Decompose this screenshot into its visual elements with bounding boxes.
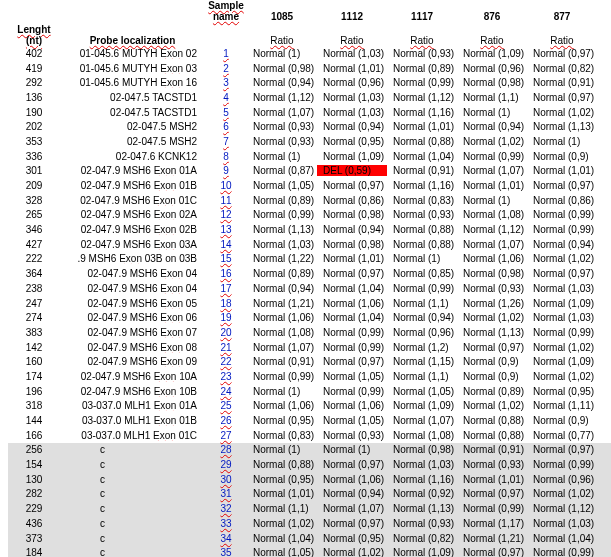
- table-row: 282c31Normal (1,01)Normal (0,94)Normal (…: [8, 487, 611, 502]
- cell-ratio: Normal (0,93): [387, 209, 457, 220]
- cell-ratio: Normal (0,97): [527, 92, 597, 103]
- cell-sample-index[interactable]: 17: [205, 283, 247, 294]
- exon-label: Exon: [160, 342, 183, 353]
- cell-length: 222: [8, 253, 60, 264]
- cell-ratio: Normal (1,01): [457, 180, 527, 191]
- cell-ratio: Normal (0,97): [527, 444, 597, 455]
- header-ratio: Ratio: [527, 35, 597, 46]
- cell-sample-index[interactable]: 22: [205, 356, 247, 367]
- table-row: 31803-037.0 MLH1 Exon 01A25Normal (1,06)…: [8, 399, 611, 414]
- header-ratio: Ratio: [387, 35, 457, 46]
- cell-sample-index[interactable]: 32: [205, 503, 247, 514]
- cell-sample-index[interactable]: 15: [205, 253, 247, 264]
- cell-ratio: Normal (1,04): [317, 312, 387, 323]
- cell-probe: 02-047.9 MSH6 Exon 01A: [60, 165, 205, 176]
- header-col-1085: 1085: [247, 11, 317, 22]
- cell-ratio: Normal (1): [387, 253, 457, 264]
- cell-ratio: Normal (1,15): [387, 356, 457, 367]
- cell-sample-index[interactable]: 9: [205, 165, 247, 176]
- cell-ratio: Normal (0,97): [527, 48, 597, 59]
- cell-ratio: Normal (1,03): [527, 518, 597, 529]
- cell-sample-index[interactable]: 1: [205, 48, 247, 59]
- cell-sample-index[interactable]: 5: [205, 107, 247, 118]
- table-row: 19602-047.9 MSH6 Exon 10B24Normal (1)Nor…: [8, 384, 611, 399]
- cell-sample-index[interactable]: 31: [205, 488, 247, 499]
- table-row: 42702-047.9 MSH6 Exon 03A14Normal (1,03)…: [8, 237, 611, 252]
- cell-ratio: DEL (0,59): [317, 165, 387, 176]
- cell-sample-index[interactable]: 14: [205, 239, 247, 250]
- cell-ratio: Normal (0,86): [527, 195, 597, 206]
- exon-label: Exon: [160, 298, 183, 309]
- cell-sample-index[interactable]: 26: [205, 415, 247, 426]
- cell-sample-index[interactable]: 8: [205, 151, 247, 162]
- cell-ratio: Normal (1,09): [387, 400, 457, 411]
- cell-sample-index[interactable]: 13: [205, 224, 247, 235]
- cell-probe: .9 MSH6 Exon 03B on 03B: [60, 253, 205, 264]
- exon-label: Exon: [160, 77, 183, 88]
- cell-ratio: Normal (1,02): [457, 312, 527, 323]
- cell-ratio: Normal (1,12): [387, 92, 457, 103]
- cell-length: 154: [8, 459, 60, 470]
- cell-ratio: Normal (1,03): [247, 239, 317, 250]
- cell-length: 160: [8, 356, 60, 367]
- cell-ratio: Normal (1,04): [247, 533, 317, 544]
- table-row: 14202-047.9 MSH6 Exon 0821Normal (1,07)N…: [8, 340, 611, 355]
- cell-sample-index[interactable]: 19: [205, 312, 247, 323]
- cell-ratio: Normal (0,99): [247, 209, 317, 220]
- cell-ratio: Normal (0,97): [457, 342, 527, 353]
- cell-sample-index[interactable]: 11: [205, 195, 247, 206]
- cell-sample-index[interactable]: 27: [205, 430, 247, 441]
- table-row: 24702-047.9 MSH6 Exon 0518Normal (1,21)N…: [8, 296, 611, 311]
- cell-sample-index[interactable]: 10: [205, 180, 247, 191]
- table-row: 229c32Normal (1,1)Normal (1,07)Normal (1…: [8, 501, 611, 516]
- cell-ratio: Normal (1): [317, 444, 387, 455]
- cell-sample-index[interactable]: 12: [205, 209, 247, 220]
- cell-ratio: Normal (0,95): [317, 136, 387, 147]
- cell-ratio: Normal (1,02): [527, 107, 597, 118]
- cell-ratio: Normal (1,03): [387, 459, 457, 470]
- cell-sample-index[interactable]: 30: [205, 474, 247, 485]
- cell-length: 174: [8, 371, 60, 382]
- cell-sample-index[interactable]: 23: [205, 371, 247, 382]
- cell-ratio: Normal (1,08): [457, 209, 527, 220]
- cell-ratio: Normal (1,09): [317, 151, 387, 162]
- exon-label: Exon: [154, 224, 177, 235]
- table-row: 32802-047.9 MSH6 Exon 01C11Normal (0,89)…: [8, 193, 611, 208]
- cell-sample-index[interactable]: 25: [205, 400, 247, 411]
- cell-sample-index[interactable]: 33: [205, 518, 247, 529]
- cell-sample-index[interactable]: 35: [205, 547, 247, 557]
- cell-ratio: Normal (0,99): [527, 209, 597, 220]
- cell-ratio: Normal (1,09): [527, 298, 597, 309]
- cell-sample-index[interactable]: 6: [205, 121, 247, 132]
- header-col-1112: 1112: [317, 11, 387, 22]
- cell-sample-index[interactable]: 16: [205, 268, 247, 279]
- cell-sample-index[interactable]: 21: [205, 342, 247, 353]
- cell-sample-index[interactable]: 24: [205, 386, 247, 397]
- cell-sample-index[interactable]: 3: [205, 77, 247, 88]
- cell-ratio: Normal (1,05): [317, 415, 387, 426]
- table-row: 13602-047.5 TACSTD14Normal (1,12)Normal …: [8, 90, 611, 105]
- cell-sample-index[interactable]: 18: [205, 298, 247, 309]
- cell-ratio: Normal (1,16): [387, 474, 457, 485]
- table-row: 19002-047.5 TACSTD15Normal (1,07)Normal …: [8, 105, 611, 120]
- cell-ratio: Normal (0,94): [247, 283, 317, 294]
- table-row: 130c30Normal (0,95)Normal (1,06)Normal (…: [8, 472, 611, 487]
- cell-sample-index[interactable]: 34: [205, 533, 247, 544]
- cell-sample-index[interactable]: 4: [205, 92, 247, 103]
- cell-ratio: Normal (0,99): [387, 77, 457, 88]
- cell-probe: 02-047.5 MSH2: [60, 121, 205, 132]
- exon-label: Exon: [154, 371, 177, 382]
- cell-sample-index[interactable]: 7: [205, 136, 247, 147]
- cell-ratio: Normal (0,99): [527, 459, 597, 470]
- cell-sample-index[interactable]: 28: [205, 444, 247, 455]
- cell-ratio: Normal (1,06): [247, 400, 317, 411]
- cell-sample-index[interactable]: 29: [205, 459, 247, 470]
- cell-sample-index[interactable]: 2: [205, 63, 247, 74]
- cell-ratio: Normal (0,85): [387, 268, 457, 279]
- cell-ratio: Normal (0,88): [387, 239, 457, 250]
- cell-sample-index[interactable]: 20: [205, 327, 247, 338]
- cell-probe: 01-045.6 MUTYH Exon 02: [60, 48, 205, 59]
- cell-probe: 02-047.9 MSH6 Exon 04: [60, 268, 205, 279]
- cell-probe: c: [60, 488, 205, 499]
- exon-label: Exon: [160, 63, 183, 74]
